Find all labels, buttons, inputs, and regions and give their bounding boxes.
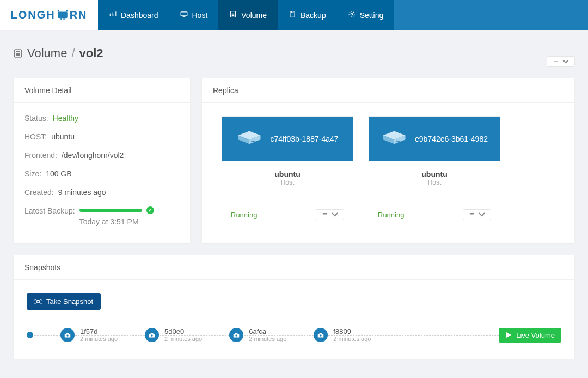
nav-item-dashboard[interactable]: Dashboard — [98, 0, 169, 30]
snapshot-time: 2 minutes ago — [164, 336, 202, 343]
svg-point-9 — [553, 62, 553, 62]
snapshot-node[interactable]: 6afca 2 minutes ago — [229, 327, 286, 343]
replica-item[interactable]: e9b742e6-3b61-4982 ubuntu Host Running — [369, 116, 500, 228]
nav-item-host[interactable]: Host — [169, 0, 219, 30]
actions-dropdown[interactable] — [547, 56, 575, 67]
replica-status: Running — [231, 211, 257, 219]
app-header: LONGH RN DashboardHostVolumeBackupSettin… — [0, 0, 588, 30]
live-volume-label: Live Volume — [516, 331, 555, 339]
replica-host-name: ubuntu — [222, 170, 353, 179]
setting-icon — [348, 10, 356, 20]
volume-detail-title: Volume Detail — [14, 78, 190, 103]
disk-icon — [381, 130, 407, 148]
nav-item-volume[interactable]: Volume — [218, 0, 278, 30]
backup-icon — [289, 10, 296, 20]
snapshot-node[interactable]: 1f57d 2 minutes ago — [60, 327, 118, 343]
snapshot-text: f8809 2 minutes ago — [333, 327, 371, 343]
main-row: Volume Detail Status: Healthy HOST: ubun… — [0, 71, 588, 244]
detail-status: Status: Healthy — [24, 114, 179, 123]
logo[interactable]: LONGH RN — [0, 0, 98, 30]
replica-actions-dropdown[interactable] — [463, 209, 491, 220]
take-snapshot-button[interactable]: Take Snapshot — [27, 293, 101, 310]
progress-bar — [79, 209, 142, 212]
volume-detail-body: Status: Healthy HOST: ubuntu Frontend: /… — [14, 103, 190, 237]
nav-label: Volume — [241, 11, 267, 20]
svg-point-28 — [235, 334, 237, 337]
detail-created: Created: 9 minutes ago — [24, 188, 179, 197]
volume-icon — [13, 48, 23, 58]
backup-time: Today at 3:51 PM — [79, 217, 154, 226]
status-value: Healthy — [53, 114, 78, 123]
svg-point-24 — [469, 216, 469, 216]
size-value: 100 GB — [46, 169, 71, 178]
snapshot-node[interactable]: 5d0e0 2 minutes ago — [145, 327, 202, 343]
chevron-down-icon — [562, 59, 569, 64]
breadcrumb-bar: Volume / vol2 — [0, 30, 588, 71]
camera-icon — [314, 328, 328, 342]
svg-point-15 — [322, 213, 322, 214]
host-label: HOST: — [24, 132, 47, 141]
replica-host: ubuntu Host — [369, 161, 500, 192]
replica-item[interactable]: c74ff03b-1887-4a47 ubuntu Host Running — [222, 116, 353, 228]
camera-icon — [229, 328, 243, 342]
nav-item-setting[interactable]: Setting — [337, 0, 395, 30]
volume-icon — [229, 10, 237, 20]
snapshot-text: 5d0e0 2 minutes ago — [164, 327, 202, 343]
snapshot-id: f8809 — [333, 327, 371, 336]
camera-icon — [60, 328, 75, 342]
backup-label: Latest Backup: — [24, 206, 75, 226]
page-actions — [547, 56, 575, 67]
detail-latest-backup: Latest Backup: Today at 3:51 PM — [24, 206, 179, 226]
replica-id: e9b742e6-3b61-4982 — [415, 135, 488, 143]
replica-host-sub: Host — [222, 179, 353, 186]
status-label: Status: — [24, 114, 48, 123]
snapshot-node[interactable]: f8809 2 minutes ago — [314, 327, 371, 343]
live-volume-badge[interactable]: Live Volume — [499, 328, 561, 343]
svg-rect-1 — [60, 18, 62, 20]
logo-text-right: RN — [70, 9, 88, 21]
host-value: ubuntu — [51, 132, 75, 141]
svg-rect-2 — [63, 18, 64, 20]
svg-point-10 — [553, 63, 553, 63]
replica-actions-dropdown[interactable] — [316, 209, 344, 220]
nav-label: Host — [192, 11, 208, 20]
replica-title: Replica — [202, 78, 574, 103]
replica-id: c74ff03b-1887-4a47 — [270, 135, 338, 143]
breadcrumb-parent[interactable]: Volume — [27, 46, 67, 60]
svg-rect-3 — [181, 12, 187, 16]
snapshots-card: Snapshots Take Snapshot 1f57d 2 minutes … — [13, 255, 575, 359]
svg-point-8 — [553, 60, 553, 60]
snapshot-text: 1f57d 2 minutes ago — [80, 327, 118, 343]
svg-rect-21 — [396, 140, 400, 141]
replica-host-sub: Host — [369, 179, 500, 186]
replica-tile: c74ff03b-1887-4a47 — [222, 117, 353, 161]
replica-host: ubuntu Host — [222, 161, 353, 192]
backup-progress — [79, 206, 154, 214]
svg-marker-30 — [506, 332, 511, 338]
created-value: 9 minutes ago — [58, 188, 106, 197]
svg-point-16 — [322, 215, 322, 215]
longhorn-cow-icon — [57, 10, 69, 21]
nav-item-backup[interactable]: Backup — [278, 0, 337, 30]
breadcrumb-current: vol2 — [79, 46, 103, 60]
snapshot-text: 6afca 2 minutes ago — [249, 327, 286, 343]
svg-point-6 — [351, 13, 353, 15]
camera-icon — [145, 328, 159, 342]
svg-rect-14 — [252, 140, 256, 141]
logo-text: LONGH RN — [10, 9, 87, 21]
detail-size: Size: 100 GB — [24, 169, 179, 178]
svg-rect-5 — [290, 11, 295, 17]
main-nav: DashboardHostVolumeBackupSetting — [98, 0, 588, 30]
snapshots-body: Take Snapshot 1f57d 2 minutes ago 5d0e0 … — [14, 280, 574, 359]
frontend-label: Frontend: — [24, 151, 57, 160]
snapshot-time: 2 minutes ago — [80, 336, 118, 343]
logo-text-left: LONGH — [10, 9, 55, 21]
nav-label: Dashboard — [121, 11, 158, 20]
breadcrumb: Volume / vol2 — [13, 46, 103, 60]
frontend-value: /dev/longhorn/vol2 — [62, 151, 124, 160]
snapshot-id: 5d0e0 — [164, 327, 202, 336]
svg-point-26 — [66, 334, 69, 337]
snapshot-timeline: 1f57d 2 minutes ago 5d0e0 2 minutes ago … — [27, 324, 561, 346]
play-icon — [505, 332, 512, 338]
detail-frontend: Frontend: /dev/longhorn/vol2 — [24, 151, 179, 160]
